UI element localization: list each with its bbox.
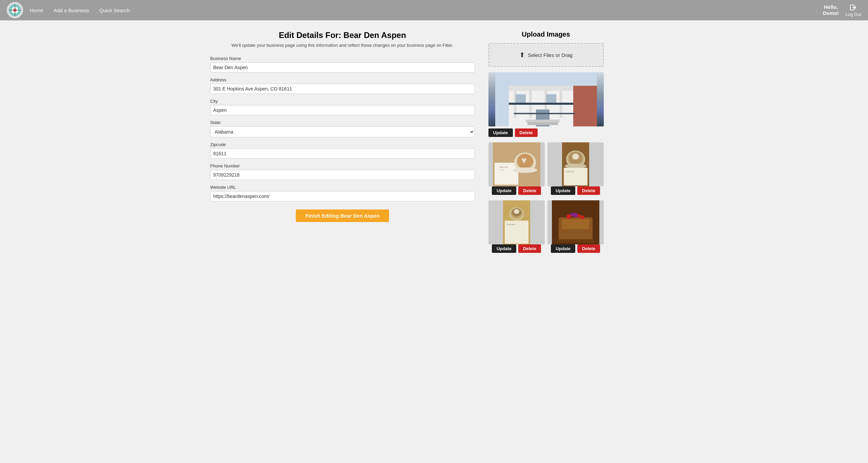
svg-rect-14 — [516, 94, 526, 103]
svg-point-49 — [573, 213, 578, 218]
zipcode-group: Zipcode — [210, 142, 475, 159]
image-2-actions: Update Delete — [488, 186, 545, 195]
svg-point-51 — [571, 213, 574, 216]
svg-rect-53 — [557, 239, 594, 243]
phone-input[interactable] — [210, 170, 475, 180]
state-label: State: — [210, 120, 475, 125]
image-3-thumb: Daily Brew — [547, 142, 604, 186]
svg-rect-15 — [546, 94, 556, 103]
business-name-group: Business Name — [210, 56, 475, 73]
main-content: Edit Details For: Bear Den Aspen We'll u… — [197, 20, 672, 268]
image-row-45: Daily Brew — [488, 200, 604, 244]
svg-point-44 — [514, 209, 519, 214]
image-3-delete-button[interactable]: Delete — [577, 186, 600, 195]
nav-quick-search[interactable]: Quick Search — [99, 7, 130, 13]
image-2-thumb: Bear Den FLI Do — [488, 142, 545, 186]
image-4-thumb: Daily Brew — [488, 200, 545, 244]
svg-rect-18 — [573, 86, 597, 126]
address-group: Address — [210, 77, 475, 94]
svg-rect-47 — [562, 219, 589, 229]
svg-rect-19 — [509, 103, 573, 105]
image-block-23: Bear Den FLI Do — [488, 142, 604, 195]
image-1-container — [488, 72, 604, 126]
upload-label: Select Files or Drag — [528, 52, 573, 58]
svg-text:Bear Den: Bear Den — [500, 166, 508, 168]
image-2-update-button[interactable]: Update — [492, 186, 516, 195]
image-5-thumb — [547, 200, 604, 244]
svg-rect-17 — [527, 122, 558, 125]
image-2-visual: Bear Den FLI Do — [488, 142, 545, 186]
image-5-delete-button[interactable]: Delete — [577, 244, 600, 253]
image-5-actions: Update Delete — [547, 244, 604, 253]
city-label: City — [210, 99, 475, 104]
image-4-visual: Daily Brew — [488, 200, 545, 244]
address-input[interactable] — [210, 84, 475, 94]
zipcode-label: Zipcode — [210, 142, 475, 147]
svg-point-35 — [565, 164, 586, 168]
image-4-update-button[interactable]: Update — [492, 244, 516, 253]
state-group: State: AlabamaAlaskaArizonaArkansas Cali… — [210, 120, 475, 137]
image-45-actions: Update Delete Update Delete — [488, 244, 604, 253]
image-4-delete-button[interactable]: Delete — [518, 244, 541, 253]
image-row-23: Bear Den FLI Do — [488, 142, 604, 186]
nav-home[interactable]: Home — [30, 7, 43, 13]
svg-point-50 — [580, 215, 584, 219]
image-block-45: Daily Brew — [488, 200, 604, 253]
svg-point-52 — [577, 214, 581, 218]
state-select[interactable]: AlabamaAlaskaArizonaArkansas CaliforniaC… — [210, 126, 475, 137]
image-5-visual — [547, 200, 604, 244]
city-group: City — [210, 99, 475, 115]
svg-rect-8 — [509, 86, 577, 91]
images-section: Upload Images ⬆ Select Files or Drag — [488, 31, 604, 258]
image-23-actions: Update Delete Update Delete — [488, 186, 604, 195]
image-5-update-button[interactable]: Update — [551, 244, 575, 253]
image-1-update-button[interactable]: Update — [488, 128, 513, 137]
finish-editing-button[interactable]: Finish Editing Bear Den Aspen — [296, 209, 389, 222]
navbar: Home Add a Business Quick Search Hello, … — [0, 0, 868, 20]
phone-group: Phone Number — [210, 163, 475, 180]
page-title: Edit Details For: Bear Den Aspen — [210, 31, 475, 40]
svg-rect-16 — [526, 120, 560, 122]
nav-add-business[interactable]: Add a Business — [54, 7, 89, 13]
image-4-actions: Update Delete — [488, 244, 545, 253]
svg-point-34 — [572, 154, 579, 160]
business-name-input[interactable] — [210, 62, 475, 73]
upload-icon: ⬆ — [519, 51, 525, 59]
address-label: Address — [210, 77, 475, 82]
svg-text:Daily Brew: Daily Brew — [566, 170, 574, 173]
image-3-visual: Daily Brew — [547, 142, 604, 186]
business-name-label: Business Name — [210, 56, 475, 61]
website-label: Website URL — [210, 185, 475, 190]
image-1-delete-button[interactable]: Delete — [515, 128, 538, 137]
nav-right: Hello, Demo! Log Out — [823, 4, 861, 17]
logout-label: Log Out — [846, 12, 861, 17]
city-input[interactable] — [210, 105, 475, 115]
page-subtitle: We'll update your business page using th… — [210, 43, 475, 48]
nav-greeting: Hello, Demo! — [823, 4, 839, 16]
image-3-update-button[interactable]: Update — [551, 186, 575, 195]
site-logo — [7, 2, 23, 18]
website-group: Website URL — [210, 185, 475, 201]
svg-point-48 — [566, 214, 571, 219]
images-title: Upload Images — [488, 31, 604, 38]
image-1-thumb — [488, 72, 604, 126]
svg-point-29 — [513, 167, 537, 173]
image-block-1: Update Delete — [488, 72, 604, 137]
zipcode-input[interactable] — [210, 148, 475, 159]
image-2-delete-button[interactable]: Delete — [518, 186, 541, 195]
website-input[interactable] — [210, 191, 475, 201]
upload-dropzone[interactable]: ⬆ Select Files or Drag — [488, 43, 604, 67]
image-3-actions: Update Delete — [547, 186, 604, 195]
svg-text:Daily Brew: Daily Brew — [507, 223, 515, 225]
phone-label: Phone Number — [210, 163, 475, 168]
svg-rect-20 — [514, 113, 575, 114]
svg-text:FLI Do: FLI Do — [500, 169, 505, 171]
nav-links: Home Add a Business Quick Search — [30, 7, 130, 13]
edit-form-section: Edit Details For: Bear Den Aspen We'll u… — [210, 31, 475, 258]
image-1-actions: Update Delete — [488, 128, 604, 137]
logout-button[interactable]: Log Out — [846, 4, 861, 17]
